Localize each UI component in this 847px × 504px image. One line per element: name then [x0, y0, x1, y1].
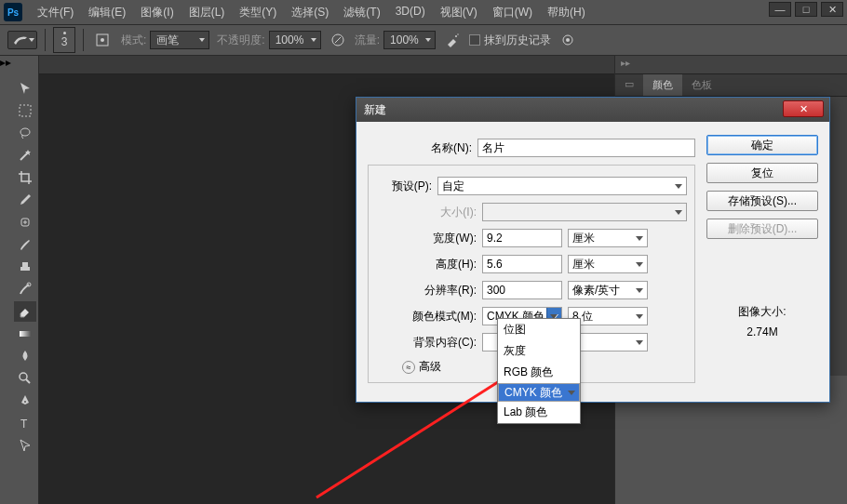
- width-input[interactable]: [482, 229, 562, 247]
- mode-option-lab[interactable]: Lab 颜色: [498, 402, 580, 423]
- image-size-value: 2.74M: [706, 323, 818, 343]
- name-label: 名称(N):: [368, 140, 472, 156]
- svg-point-12: [20, 373, 27, 380]
- options-bar: 3 模式: 画笔 不透明度: 100% 流量: 100% 抹到历史记录: [0, 24, 847, 56]
- pressure-size-icon[interactable]: [558, 31, 577, 49]
- clone-stamp-tool[interactable]: [14, 257, 36, 277]
- new-document-dialog: 新建 ✕ 名称(N): 预设(P): 自定 大小(I): 宽度(W):: [356, 97, 830, 403]
- dialog-title: 新建 ✕: [356, 98, 829, 122]
- size-label: 大小(I):: [372, 205, 477, 220]
- crop-tool[interactable]: [14, 167, 36, 188]
- flow-label: 流量:: [355, 33, 380, 48]
- panel-tab-swatches[interactable]: 色板: [682, 74, 721, 96]
- document-tab-bar: [39, 56, 614, 74]
- main-menu: 文件(F) 编辑(E) 图像(I) 图层(L) 类型(Y) 选择(S) 滤镜(T…: [30, 1, 593, 24]
- type-tool[interactable]: T: [14, 413, 36, 433]
- panel-tab-color[interactable]: 颜色: [643, 74, 682, 96]
- window-minimize-button[interactable]: —: [769, 2, 791, 17]
- svg-point-1: [101, 38, 104, 42]
- preset-select[interactable]: 自定: [437, 177, 687, 195]
- width-label: 宽度(W):: [372, 231, 477, 246]
- mode-select[interactable]: 画笔: [150, 31, 209, 49]
- svg-text:T: T: [20, 418, 28, 431]
- dialog-close-button[interactable]: ✕: [783, 100, 824, 117]
- svg-point-3: [455, 35, 457, 37]
- menu-view[interactable]: 视图(V): [433, 1, 485, 24]
- svg-rect-7: [20, 105, 31, 116]
- tools-panel: T: [11, 56, 39, 504]
- blur-tool[interactable]: [14, 346, 36, 366]
- resolution-input[interactable]: [482, 281, 562, 299]
- menu-window[interactable]: 窗口(W): [485, 1, 540, 24]
- menu-filter[interactable]: 滤镜(T): [336, 1, 387, 24]
- svg-point-8: [20, 128, 30, 136]
- move-tool[interactable]: [14, 78, 36, 99]
- size-select: [482, 203, 687, 221]
- background-label: 背景内容(C):: [372, 335, 477, 351]
- flow-input[interactable]: 100%: [383, 31, 436, 49]
- window-maximize-button[interactable]: □: [795, 2, 817, 17]
- menu-help[interactable]: 帮助(H): [540, 1, 593, 24]
- brush-size-preview[interactable]: 3: [53, 27, 75, 53]
- pressure-opacity-icon[interactable]: [329, 31, 347, 49]
- mode-option-cmyk[interactable]: CMYK 颜色: [498, 383, 580, 402]
- erase-history-label: 抹到历史记录: [484, 33, 551, 48]
- menu-layer[interactable]: 图层(L): [182, 1, 233, 24]
- svg-point-13: [24, 401, 26, 403]
- pen-tool[interactable]: [14, 391, 36, 411]
- save-preset-button[interactable]: 存储预设(S)...: [706, 191, 818, 211]
- opacity-label: 不透明度:: [217, 33, 264, 48]
- svg-point-6: [566, 38, 570, 42]
- tool-preset-picker[interactable]: [7, 31, 37, 49]
- panel-tab-icon[interactable]: ▭: [615, 74, 643, 96]
- resolution-unit-select[interactable]: 像素/英寸: [568, 281, 648, 299]
- preset-label: 预设(P):: [372, 179, 432, 194]
- history-brush-tool[interactable]: [14, 279, 36, 299]
- window-close-button[interactable]: ✕: [821, 2, 843, 17]
- menu-3d[interactable]: 3D(D): [388, 1, 433, 24]
- menu-edit[interactable]: 编辑(E): [81, 1, 133, 24]
- resolution-label: 分辨率(R):: [372, 283, 477, 298]
- menu-select[interactable]: 选择(S): [284, 1, 336, 24]
- mode-option-bitmap[interactable]: 位图: [498, 319, 580, 340]
- mode-label: 模式:: [121, 33, 146, 48]
- app-logo: Ps: [4, 3, 22, 21]
- height-unit-select[interactable]: 厘米: [568, 255, 648, 273]
- erase-history-checkbox[interactable]: [469, 34, 480, 46]
- menu-file[interactable]: 文件(F): [30, 1, 81, 24]
- menu-image[interactable]: 图像(I): [133, 1, 181, 24]
- image-size-label: 图像大小:: [706, 302, 818, 323]
- mode-option-rgb[interactable]: RGB 颜色: [498, 362, 580, 383]
- delete-preset-button: 删除预设(D)...: [706, 219, 818, 239]
- svg-point-4: [457, 33, 458, 34]
- toolbar-collapse-icon[interactable]: ▸▸: [0, 56, 11, 504]
- healing-brush-tool[interactable]: [14, 212, 36, 232]
- lasso-tool[interactable]: [14, 123, 36, 143]
- reset-button[interactable]: 复位: [706, 163, 818, 183]
- path-selection-tool[interactable]: [14, 435, 36, 456]
- gradient-tool[interactable]: [14, 324, 36, 344]
- height-input[interactable]: [482, 255, 562, 273]
- advanced-label[interactable]: 高级: [419, 359, 441, 375]
- eyedropper-tool[interactable]: [14, 190, 36, 210]
- name-input[interactable]: [477, 139, 695, 157]
- brush-panel-icon[interactable]: [91, 29, 114, 51]
- svg-rect-11: [20, 331, 31, 337]
- advanced-toggle-icon[interactable]: ≈: [402, 361, 415, 374]
- dodge-tool[interactable]: [14, 368, 36, 389]
- airbrush-icon[interactable]: [443, 31, 462, 49]
- menu-type[interactable]: 类型(Y): [232, 1, 284, 24]
- width-unit-select[interactable]: 厘米: [568, 229, 648, 247]
- ok-button[interactable]: 确定: [706, 135, 818, 155]
- mode-option-gray[interactable]: 灰度: [498, 340, 580, 362]
- color-mode-label: 颜色模式(M):: [372, 309, 477, 325]
- magic-wand-tool[interactable]: [14, 145, 36, 166]
- brush-tool[interactable]: [14, 234, 36, 255]
- color-mode-dropdown: 位图 灰度 RGB 颜色 CMYK 颜色 Lab 颜色: [497, 318, 581, 424]
- opacity-input[interactable]: 100%: [269, 31, 321, 49]
- eraser-tool[interactable]: [14, 301, 36, 322]
- marquee-tool[interactable]: [14, 100, 36, 121]
- height-label: 高度(H):: [372, 257, 477, 272]
